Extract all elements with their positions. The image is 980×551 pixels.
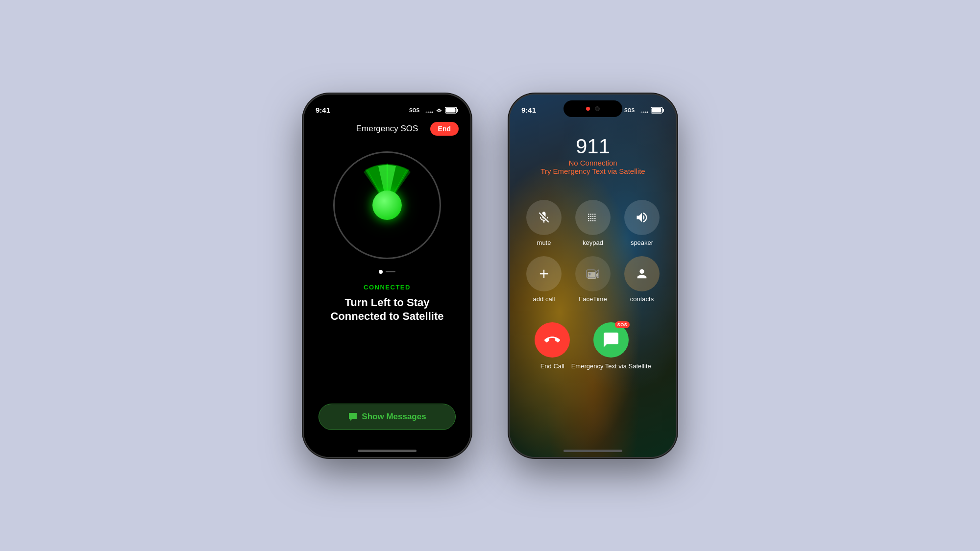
person-icon xyxy=(635,267,649,281)
svg-rect-17 xyxy=(663,109,664,112)
sos-screen: Emergency SOS End xyxy=(304,95,470,457)
try-satellite-text: Try Emergency Text via Satellite xyxy=(510,167,676,175)
svg-text:SOS: SOS xyxy=(624,108,635,113)
bottom-actions: End Call SOS Emergency Text via Satellit… xyxy=(510,312,676,371)
speaker-icon xyxy=(635,211,649,224)
sos-icon-right: SOS xyxy=(624,107,638,114)
emergency-text-label: Emergency Text via Satellite xyxy=(571,362,651,371)
add-call-circle xyxy=(526,256,562,291)
facetime-label: FaceTime xyxy=(579,295,607,303)
speaker-label: speaker xyxy=(631,239,653,246)
svg-point-1 xyxy=(426,111,427,113)
connected-label: CONNECTED xyxy=(364,284,411,291)
ind-dash xyxy=(386,271,395,272)
di-recording-dot xyxy=(586,107,590,111)
battery-icon-left xyxy=(445,107,459,114)
sos-end-button[interactable]: End xyxy=(430,122,459,136)
mic-off-icon xyxy=(537,211,551,224)
satellite-direction xyxy=(333,151,441,259)
speaker-circle xyxy=(624,200,660,235)
sos-icon-left: SOS xyxy=(409,107,423,114)
speaker-button[interactable]: speaker xyxy=(622,200,662,246)
contacts-label: contacts xyxy=(630,295,654,303)
end-call-button[interactable]: End Call xyxy=(535,322,570,371)
svg-point-13 xyxy=(643,111,644,113)
add-call-button[interactable]: add call xyxy=(524,256,564,303)
add-call-label: add call xyxy=(533,295,555,303)
mute-circle xyxy=(526,200,562,235)
battery-icon-right xyxy=(651,107,664,114)
direction-indicator xyxy=(379,270,395,274)
keypad-button[interactable]: keypad xyxy=(573,200,612,246)
call-info: 911 No Connection Try Emergency Text via… xyxy=(510,136,676,175)
svg-point-14 xyxy=(645,111,646,113)
facetime-button[interactable]: ? ? FaceTime xyxy=(573,256,612,303)
emergency-text-circle: SOS xyxy=(593,322,629,358)
svg-point-3 xyxy=(430,111,431,113)
contacts-circle xyxy=(624,256,660,291)
facetime-icon-overlay: ? xyxy=(586,268,600,280)
direction-text: Turn Left to Stay Connected to Satellite xyxy=(304,296,470,324)
location-icon xyxy=(332,107,338,113)
svg-rect-6 xyxy=(457,109,459,112)
status-bar-left: 9:41 SOS xyxy=(304,95,470,119)
right-phone: 9:41 SOS 911 No Connectio xyxy=(510,95,676,457)
dynamic-island xyxy=(564,100,622,117)
svg-text:SOS: SOS xyxy=(409,108,419,113)
status-icons-right: SOS xyxy=(624,107,664,114)
keypad-label: keypad xyxy=(583,239,603,246)
ind-dot-white xyxy=(379,270,383,274)
hangup-icon xyxy=(544,332,560,348)
svg-text:?: ? xyxy=(589,271,592,277)
show-messages-button[interactable]: Show Messages xyxy=(318,404,456,430)
home-indicator-right xyxy=(564,450,622,452)
plus-icon xyxy=(537,267,551,281)
sos-badge: SOS xyxy=(615,321,630,328)
svg-point-15 xyxy=(647,111,648,113)
svg-point-12 xyxy=(641,111,642,113)
status-icons-left: SOS xyxy=(409,107,459,114)
mute-label: mute xyxy=(537,239,551,246)
no-connection-text: No Connection xyxy=(510,159,676,167)
end-call-circle xyxy=(535,322,570,358)
emergency-text-button[interactable]: SOS Emergency Text via Satellite xyxy=(571,322,651,371)
left-phone: 9:41 SOS xyxy=(304,95,470,457)
contacts-button[interactable]: contacts xyxy=(622,256,662,303)
satellite-icon-right xyxy=(640,107,648,113)
satellite-icon-left xyxy=(425,107,433,113)
message-icon xyxy=(602,331,620,349)
call-buttons-grid: mute keypad speaker xyxy=(510,185,676,312)
svg-rect-7 xyxy=(446,108,456,112)
time-left: 9:41 xyxy=(316,106,338,114)
time-right: 9:41 xyxy=(521,106,536,114)
message-bubble-icon xyxy=(348,412,358,422)
di-camera xyxy=(595,106,600,111)
home-indicator-left xyxy=(358,450,416,452)
svg-point-2 xyxy=(428,111,429,113)
status-bar-right: 9:41 SOS xyxy=(510,95,676,119)
mute-button[interactable]: mute xyxy=(524,200,564,246)
signal-icon-left xyxy=(436,107,442,113)
facetime-circle: ? ? xyxy=(575,256,611,291)
keypad-circle xyxy=(575,200,611,235)
show-messages-text: Show Messages xyxy=(362,412,426,422)
sos-title: Emergency SOS xyxy=(356,124,418,134)
keypad-icon xyxy=(587,211,599,224)
svg-rect-18 xyxy=(652,108,662,112)
end-call-label: End Call xyxy=(540,362,564,371)
center-dot xyxy=(372,191,402,220)
svg-point-4 xyxy=(432,111,433,113)
call-number: 911 xyxy=(510,136,676,157)
